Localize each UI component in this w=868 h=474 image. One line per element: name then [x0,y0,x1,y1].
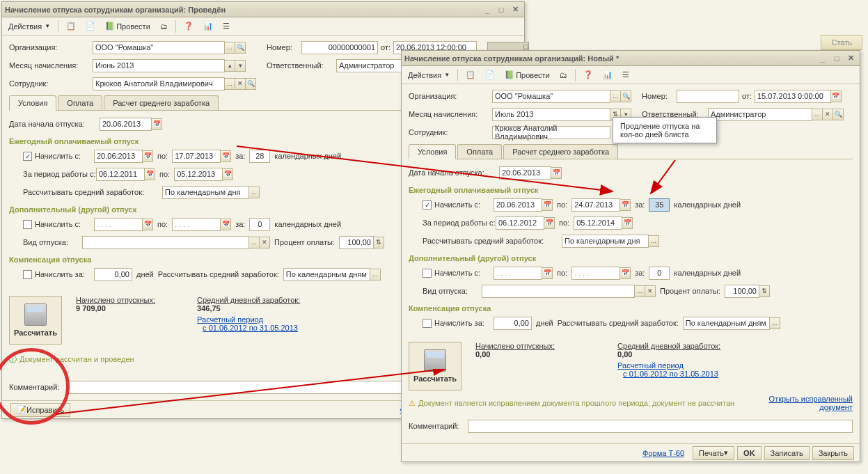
tb2-icon-2[interactable]: 📄 [482,68,498,82]
percent-input[interactable]: 100,00 [339,236,374,249]
tb-icon-5[interactable]: ☰ [219,19,233,33]
actions-menu-2[interactable]: Действия▼ [404,68,453,82]
period-from-2[interactable]: 06.12.2012 [496,216,544,230]
calc-period-value[interactable]: с 01.06.2012 по 31.05.2013 [203,324,300,332]
date-cal-2[interactable]: 📅 [830,90,842,102]
addit-from[interactable]: . . . . [94,218,143,231]
comp-avg[interactable]: По календарным дням [283,268,370,281]
avg-method-2[interactable]: По календарным дня [562,235,649,248]
tb-icon-1[interactable]: 📋 [63,19,79,33]
save-button[interactable]: Записать [764,446,810,460]
addit-to-2[interactable]: . . . . [571,267,620,280]
resp-sel-2[interactable]: ... [812,109,823,120]
percent-input-2[interactable]: 100,00 [725,285,759,298]
minimize-button-2[interactable]: _ [816,53,829,64]
org-input[interactable]: ООО "Ромашка" [93,41,225,54]
titlebar-2[interactable]: Начисление отпуска сотрудникам организац… [402,51,860,66]
avg-method-dd[interactable]: ... [248,187,260,198]
help-button[interactable]: ❓ [180,19,197,33]
print-button-2[interactable]: Печать ▾ [693,446,734,460]
date-input-2[interactable]: 15.07.2013 0:00:00 [755,90,831,103]
af-cal-2[interactable]: 📅 [542,267,553,279]
actions-menu[interactable]: Действия▼ [5,19,54,33]
accr-to[interactable]: 17.07.2013 [172,150,221,163]
vid-clear[interactable]: ✕ [259,237,270,248]
resp-srch-2[interactable]: 🔍 [833,109,844,120]
emp-input-2[interactable]: Крюков Анатолий Владимирович [492,126,610,139]
tab-average[interactable]: Расчет среднего заработка [104,95,219,110]
comp-checkbox[interactable] [23,270,32,279]
tab-average-2[interactable]: Расчет среднего заработка [503,144,618,159]
close-button[interactable]: ✕ [509,4,521,15]
form-t60-link-2[interactable]: Форма Т-60 [642,449,684,457]
accr-from-cal[interactable]: 📅 [142,150,153,162]
vid-sel-2[interactable]: ... [634,285,645,297]
addit-from-cal[interactable]: 📅 [142,219,153,230]
comp-checkbox-2[interactable] [423,319,432,328]
tb2-icon-3[interactable]: 🗂 [556,68,571,82]
addit-days-2[interactable]: 0 [649,267,670,280]
org-search-btn[interactable]: 🔍 [235,42,246,54]
titlebar-1[interactable]: Начисление отпуска сотрудникам организац… [2,2,524,17]
period-from[interactable]: 06.12.2011 [96,168,145,181]
maximize-button-2[interactable]: □ [830,53,843,64]
close-form-button[interactable]: Закрыть [812,446,854,460]
comp-input[interactable]: 0,00 [94,268,132,281]
close-button-2[interactable]: ✕ [844,53,857,64]
emp-clear[interactable]: ✕ [235,78,246,90]
avg-dd-2[interactable]: ... [648,235,659,247]
month-cal[interactable]: ▾ [235,60,246,72]
provesti-button-2[interactable]: 📗 Провести [501,68,553,82]
start-date[interactable]: 20.06.2013 [100,118,152,131]
tb2-icon-1[interactable]: 📋 [462,68,479,82]
pct-spin-2[interactable]: ⇅ [759,285,770,297]
org-search-2[interactable]: 🔍 [620,90,631,102]
month-input-2[interactable]: Июль 2013 [492,108,610,121]
accr-to-cal[interactable]: 📅 [220,150,231,162]
calc-period-link-2[interactable]: Расчетный период [617,361,720,370]
number-input-2[interactable] [677,90,739,103]
accr-to-2[interactable]: 24.07.2013 [571,198,620,212]
addit-days[interactable]: 0 [249,218,270,231]
addit-checkbox[interactable] [23,220,32,229]
accr-from-2[interactable]: 20.06.2013 [494,198,542,212]
accr-from[interactable]: 20.06.2013 [94,150,143,163]
emp-search[interactable]: 🔍 [245,78,256,90]
comp-input-2[interactable]: 0,00 [494,317,532,330]
at-cal-2[interactable]: 📅 [620,267,631,279]
accr-to-cal-2[interactable]: 📅 [620,199,631,211]
addit-to[interactable]: . . . . [172,218,221,231]
vid-clr-2[interactable]: ✕ [645,285,656,297]
resp-clr-2[interactable]: ✕ [822,109,833,120]
start-cal-2[interactable]: 📅 [551,167,562,179]
period-to-cal[interactable]: 📅 [222,168,233,180]
open-fix-link[interactable]: Открыть исправленный документ [755,395,853,411]
days-input[interactable]: 28 [249,150,270,163]
org-select-btn[interactable]: ... [224,42,235,54]
comp-avg-dd-2[interactable]: ... [769,317,780,329]
period-to[interactable]: 05.12.2013 [174,168,223,181]
calc-period-value-2[interactable]: с 01.06.2012 по 31.05.2013 [623,370,720,378]
tb2-icon-5[interactable]: ☰ [619,68,633,82]
comment-input-2[interactable] [468,420,853,433]
emp-select[interactable]: ... [224,78,235,90]
number-input[interactable]: 00000000001 [301,41,378,54]
tab-payment-2[interactable]: Оплата [457,144,502,159]
addit-from-2[interactable]: . . . . [494,267,542,280]
pt-cal-2[interactable]: 📅 [622,217,633,229]
resp-input-2[interactable]: Администратор [708,108,812,121]
tab-conditions-2[interactable]: Условия [409,144,456,159]
accr-checkbox[interactable]: ✓ [23,152,32,161]
addit-to-cal[interactable]: 📅 [220,219,231,230]
period-to-2[interactable]: 05.12.2014 [574,216,622,230]
pf-cal-2[interactable]: 📅 [544,217,555,229]
org-select-2[interactable]: ... [610,90,621,102]
tb-icon-3[interactable]: 🗂 [157,19,171,33]
tb-icon-2[interactable]: 📄 [82,19,99,33]
calc-period-link[interactable]: Расчетный период [197,315,300,324]
help-button-2[interactable]: ❓ [580,68,597,82]
org-input-2[interactable]: ООО "Ромашка" [492,90,610,103]
tb2-icon-4[interactable]: 📊 [599,68,616,82]
tb-icon-4[interactable]: 📊 [200,19,216,33]
period-from-cal[interactable]: 📅 [144,168,155,180]
